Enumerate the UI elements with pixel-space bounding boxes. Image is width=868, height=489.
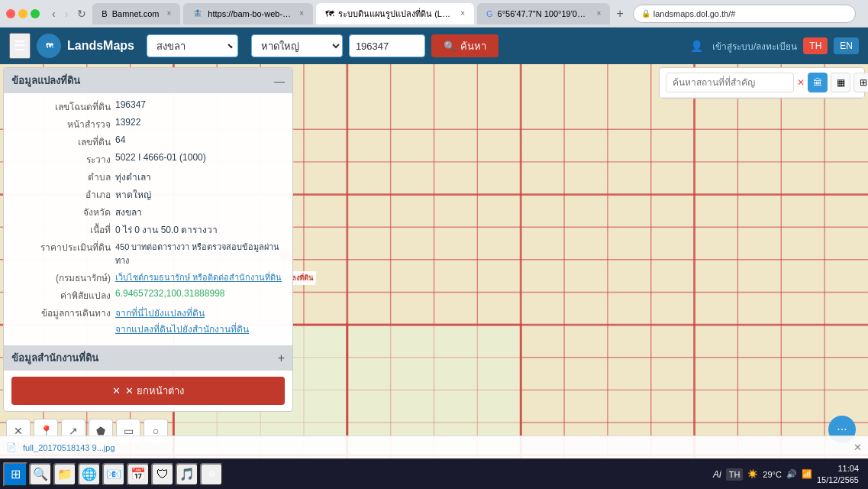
layers-icon: ⊞ [860, 77, 867, 88]
file-name-link[interactable]: full_20170518143 9...jpg [23, 443, 115, 452]
distance-label: ระวาง [11, 152, 111, 167]
tab2-label: https://bam-bo-web-prd.bam.co... [208, 9, 292, 18]
search-panel-clear-btn[interactable]: ✕ [797, 77, 805, 88]
lock-icon: 🔒 [641, 9, 650, 18]
login-link[interactable]: เข้าสู่ระบบ/ลงทะเบียน [712, 39, 797, 53]
browser-tab-2[interactable]: 🏦 https://bam-bo-web-prd.bam.co... × [183, 3, 313, 24]
taskbar-tray: Ai TH ☀️ 29°C 🔊 📶 11:04 15/12/2565 [707, 463, 865, 485]
forward-btn[interactable]: › [62, 6, 72, 21]
tab4-label: 6°56'47.7"N 100°19'07.7"E - Goo... [498, 9, 589, 18]
taskbar-search-icon: 🔍 [33, 467, 48, 481]
corp-label: (กรมธนารักษ์) [11, 270, 111, 285]
panel-icon-group: 🏛 ▦ ⊞ [808, 73, 868, 92]
back-btn[interactable]: ‹ [49, 6, 59, 21]
browser-tab-1[interactable]: B Bamnet.com × [92, 3, 180, 24]
land-no-value: 64 [115, 134, 285, 149]
province-select[interactable]: สงขลา [147, 34, 238, 57]
taskbar: ⊞ 🔍 📁 🌐 📧 📅 🛡 🎵 ⊕ Ai TH ☀️ 29°C 🔊 📶 11:0… [0, 458, 868, 489]
app-title: LandsMaps [67, 39, 134, 53]
important-place-search-input[interactable] [666, 73, 794, 92]
taskbar-lang-indicator[interactable]: TH [726, 468, 744, 481]
address-bar[interactable]: 🔒 landsmaps.dol.go.th/# [633, 5, 856, 23]
window-close-btn[interactable] [6, 9, 15, 18]
taskbar-mail-btn[interactable]: 📧 [102, 463, 125, 486]
taskbar-browser-btn[interactable]: 🌐 [78, 463, 101, 486]
browser-tab-4[interactable]: G 6°56'47.7"N 100°19'07.7"E - Goo... × [477, 3, 610, 24]
taskbar-network-icon[interactable]: 📶 [802, 469, 812, 479]
taskbar-calendar-btn[interactable]: 📅 [127, 463, 150, 486]
info-row-district: อำเภอ หาดใหญ่ [11, 187, 285, 202]
taskbar-music-btn[interactable]: 🎵 [176, 463, 198, 486]
price-value: 450 บาทต่อตารางวา หรือตรวจสอบข้อมูลผ่านท… [115, 240, 285, 267]
taskbar-files-btn[interactable]: 📁 [53, 463, 76, 486]
cancel-parcel-btn[interactable]: ✕ ✕ ยกหน้าต่าง [11, 377, 285, 405]
new-tab-btn[interactable]: + [616, 7, 623, 21]
tab3-label: ระบบดินแผนรูปแปลงที่ดิน (LandsMaps... [338, 7, 453, 21]
district-select[interactable]: หาดใหญ่ [251, 34, 343, 57]
parcel-search-input[interactable] [349, 34, 425, 57]
direction-link1[interactable]: จากที่นี่ไปยังแปลงที่ดิน [115, 306, 249, 320]
building-icon: 🏛 [813, 77, 822, 88]
window-max-btn[interactable] [31, 9, 40, 18]
map-fee-value[interactable]: 6.94657232,100.31888998 [115, 288, 285, 303]
lang-th-btn[interactable]: TH [803, 37, 828, 54]
taskbar-browser-icon: 🌐 [82, 467, 97, 481]
more-icon: ··· [837, 423, 847, 436]
hamburger-menu-btn[interactable]: ☰ [9, 33, 31, 59]
tab3-close[interactable]: × [460, 9, 465, 18]
cancel-icon: ✕ [112, 385, 121, 397]
taskbar-security-icon: 🛡 [156, 468, 169, 481]
window-min-btn[interactable] [18, 9, 27, 18]
file-icon: 📄 [6, 442, 17, 452]
start-btn[interactable]: ⊞ [3, 462, 27, 487]
search-btn[interactable]: 🔍 ค้นหา [431, 34, 499, 57]
taskbar-security-btn[interactable]: 🛡 [151, 463, 174, 486]
search-btn-label: ค้นหา [460, 38, 486, 54]
info-row-land-no: เลขที่ดิน 64 [11, 134, 285, 149]
taskbar-sound-icon[interactable]: 🔊 [786, 469, 797, 479]
panel-building-btn[interactable]: 🏛 [808, 73, 828, 92]
info-panel: ข้อมูลแปลงที่ดิน — เลขโฉนดที่ดิน 196347 … [3, 67, 293, 412]
browser-tab-3[interactable]: 🗺 ระบบดินแผนรูปแปลงที่ดิน (LandsMaps... … [316, 3, 474, 24]
office-section-add-btn[interactable]: + [278, 351, 285, 365]
taskbar-search-btn[interactable]: 🔍 [29, 463, 52, 486]
panel-close-btn[interactable]: — [274, 75, 285, 87]
tab2-favicon: 🏦 [192, 8, 203, 18]
tab1-close[interactable]: × [166, 9, 171, 18]
refresh-btn[interactable]: ↻ [74, 6, 89, 21]
app-header: ☰ 🗺 LandsMaps สงขลา ▼ หาดใหญ่ 🔍 ค้นหา 👤 … [0, 28, 868, 64]
distance-value: 5022 I 4666-01 (1000) [115, 152, 285, 167]
district-label: อำเภอ [11, 187, 111, 202]
search-panel-header: ✕ 🏛 ▦ ⊞ [660, 68, 864, 98]
info-row-distance: ระวาง 5022 I 4666-01 (1000) [11, 152, 285, 167]
main-area: 📍 สำนักเผินแปลงที่ดิน ⬡ ✕ 📍 ↗ [0, 64, 868, 489]
direction-link2[interactable]: จากแปลงที่ดินไปยังสำนักงานที่ดิน [115, 322, 249, 336]
info-row-map-fee: ค่าพิสัยแปลง 6.94657232,100.31888998 [11, 288, 285, 303]
panel-grid-btn[interactable]: ▦ [831, 73, 850, 92]
info-row-parcel-id: เลขโฉนดที่ดิน 196347 [11, 99, 285, 114]
map-fee-label: ค่าพิสัยแปลง [11, 288, 111, 303]
info-row-province: จังหวัด สงขลา [11, 205, 285, 219]
corp-link[interactable]: เว็บไซต์กรมธนารักษ์ หรือติดต่อสำนักงานที… [115, 270, 285, 285]
cancel-label: ✕ ยกหน้าต่าง [125, 383, 184, 399]
info-row-subdistrict: ตำบล ทุ่งตำเลา [11, 170, 285, 184]
user-icon-btn[interactable]: 👤 [687, 37, 706, 55]
panel-layers-btn[interactable]: ⊞ [853, 73, 868, 92]
panel-title: ข้อมูลแปลงที่ดิน [11, 73, 80, 89]
taskbar-datetime[interactable]: 11:04 15/12/2565 [817, 463, 859, 485]
parcel-id-value: 196347 [115, 99, 285, 114]
taskbar-date-display: 15/12/2565 [817, 474, 859, 485]
lang-en-btn[interactable]: EN [834, 37, 859, 54]
office-section-header: ข้อมูลสำนักงานที่ดิน + [4, 345, 292, 371]
info-row-price: ราคาประเมินที่ดิน 450 บาทต่อตารางวา หรือ… [11, 240, 285, 267]
tab4-close[interactable]: × [597, 9, 602, 18]
taskbar-app-extra-btn[interactable]: ⊕ [200, 463, 223, 486]
close-icon: ✕ [853, 442, 862, 453]
taskbar-weather-icon: ☀️ [747, 469, 758, 479]
direction-label: ข้อมูลการเดินทาง [11, 306, 111, 336]
parcel-id-label: เลขโฉนดที่ดิน [11, 99, 111, 114]
info-row-direction: ข้อมูลการเดินทาง จากที่นี่ไปยังแปลงที่ดิ… [11, 306, 285, 336]
tab2-close[interactable]: × [299, 9, 304, 18]
info-row-area: เนื้อที่ 0 ไร่ 0 งาน 50.0 ตารางวา [11, 222, 285, 237]
file-bar-close-btn[interactable]: ✕ [853, 442, 862, 453]
